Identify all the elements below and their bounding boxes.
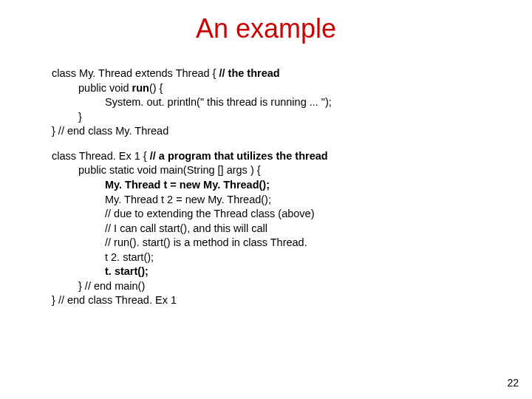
code-comment: // the thread xyxy=(219,67,279,79)
code-line: // I can call start(), and this will cal… xyxy=(52,222,502,236)
code-line: } // end class Thread. Ex 1 xyxy=(52,293,502,308)
code-text: public void xyxy=(78,82,132,94)
code-line: t. start(); xyxy=(52,265,502,279)
code-line: public void run() { xyxy=(52,81,502,96)
code-line: } xyxy=(52,110,502,125)
code-line: // run(). start() is a method in class T… xyxy=(52,236,502,250)
code-line: My. Thread t = new My. Thread(); xyxy=(52,178,502,193)
code-text: () { xyxy=(149,82,163,94)
code-line: // due to extending the Thread class (ab… xyxy=(52,207,502,222)
code-line: } // end class My. Thread xyxy=(52,124,502,139)
code-text: class My. Thread extends Thread { xyxy=(52,67,219,79)
code-line: } // end main() xyxy=(52,279,502,294)
code-line: class Thread. Ex 1 { // a program that u… xyxy=(52,149,502,164)
code-comment: // end class Thread. Ex 1 xyxy=(58,294,177,306)
code-line: System. out. println(" this thread is ru… xyxy=(52,95,502,110)
code-text: class Thread. Ex 1 { xyxy=(52,150,150,162)
code-line: t 2. start(); xyxy=(52,250,502,265)
page-number: 22 xyxy=(507,377,519,389)
code-line: class My. Thread extends Thread { // the… xyxy=(52,66,502,81)
code-comment: // a program that utilizes the thread xyxy=(150,150,328,162)
code-line: public static void main(String [] args )… xyxy=(52,163,502,178)
code-content: class My. Thread extends Thread { // the… xyxy=(0,66,532,308)
slide-title: An example xyxy=(0,0,532,66)
code-line: My. Thread t 2 = new My. Thread(); xyxy=(52,193,502,208)
code-keyword: run xyxy=(132,82,149,94)
spacer xyxy=(52,139,502,149)
code-text: } xyxy=(52,294,58,306)
